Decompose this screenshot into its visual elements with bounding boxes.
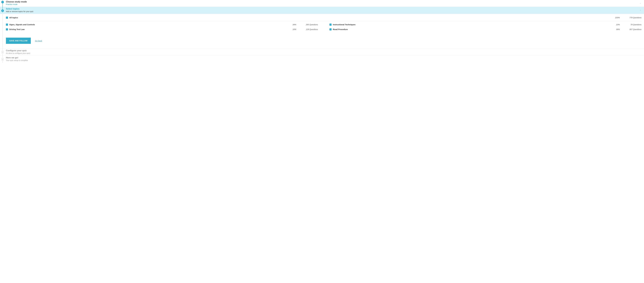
step-configure-quiz: 3 Configure your quiz It's time to confi… <box>0 49 644 56</box>
chevron-right-icon <box>640 9 641 11</box>
step-subtitle: Practice mode <box>6 3 642 6</box>
topic-row: Signs, Signals and Controls 34% 265 Ques… <box>6 24 318 26</box>
topic-name: All topics <box>9 17 18 19</box>
step-badge-current: 2 <box>1 10 4 12</box>
step-badge-upcoming: 3 <box>1 51 4 54</box>
topic-percent: 10% <box>610 24 620 26</box>
step-subtitle: It's time to configure your quiz! <box>6 52 642 54</box>
step-body: All topics 100% 779 Questions Signs, Sig… <box>0 14 644 49</box>
topic-questions: 307 Questions <box>621 28 642 31</box>
topic-questions: 79 Questions <box>621 24 642 26</box>
topic-questions: 128 Questions <box>297 28 318 31</box>
chevron-down-icon <box>640 2 641 5</box>
topic-row: Instructional Techniques 10% 79 Question… <box>330 24 642 26</box>
topic-name: Signs, Signals and Controls <box>9 24 35 26</box>
topic-name: Road Procedure <box>333 28 348 31</box>
check-icon <box>2 1 3 3</box>
step-header[interactable]: Configure your quiz It's time to configu… <box>0 49 644 56</box>
step-title: Choose study mode <box>6 1 642 3</box>
checkbox-topic[interactable] <box>330 24 332 26</box>
checkbox-topic[interactable] <box>330 28 332 31</box>
go-back-link[interactable]: Go back <box>35 40 42 42</box>
quiz-setup-stepper: Choose study mode Practice mode 2 Select… <box>0 0 644 63</box>
checkbox-topic[interactable] <box>6 28 8 31</box>
step-title: Configure your quiz <box>6 49 642 52</box>
step-choose-study-mode: Choose study mode Practice mode <box>0 0 644 7</box>
topic-percent: 16% <box>286 28 296 31</box>
step-subtitle: Add or remove topics for your quiz <box>6 11 642 13</box>
topics-grid: Signs, Signals and Controls 34% 265 Ques… <box>6 24 642 31</box>
topic-questions: 779 Questions <box>621 17 642 19</box>
topic-name: Instructional Techniques <box>333 24 356 26</box>
step-title: Select topics <box>6 8 642 10</box>
step-header[interactable]: Here we go! Your quiz setup is complete <box>0 56 644 63</box>
all-topics-row: All topics 100% 779 Questions <box>6 17 642 21</box>
step-header[interactable]: Choose study mode Practice mode <box>0 0 644 7</box>
step-subtitle: Your quiz setup is complete <box>6 59 642 61</box>
save-and-follow-button[interactable]: SAVE AND FOLLOW <box>6 38 31 44</box>
step-badge-upcoming: 4 <box>1 58 4 61</box>
topic-row: Road Procedure 39% 307 Questions <box>330 28 642 31</box>
step-title: Here we go! <box>6 57 642 59</box>
topic-questions: 265 Questions <box>297 24 318 26</box>
topic-percent: 34% <box>286 24 296 26</box>
step-badge-done <box>1 1 4 3</box>
topic-name: Driving Test Law <box>9 28 24 31</box>
actions-row: SAVE AND FOLLOW Go back <box>6 38 642 44</box>
topic-percent: 39% <box>610 28 620 31</box>
step-select-topics: 2 Select topics Add or remove topics for… <box>0 7 644 49</box>
step-header[interactable]: Select topics Add or remove topics for y… <box>0 7 644 14</box>
checkbox-all-topics[interactable] <box>6 17 8 19</box>
step-here-we-go: 4 Here we go! Your quiz setup is complet… <box>0 56 644 63</box>
checkbox-topic[interactable] <box>6 24 8 26</box>
topic-percent: 100% <box>610 17 620 19</box>
topic-row: Driving Test Law 16% 128 Questions <box>6 28 318 31</box>
